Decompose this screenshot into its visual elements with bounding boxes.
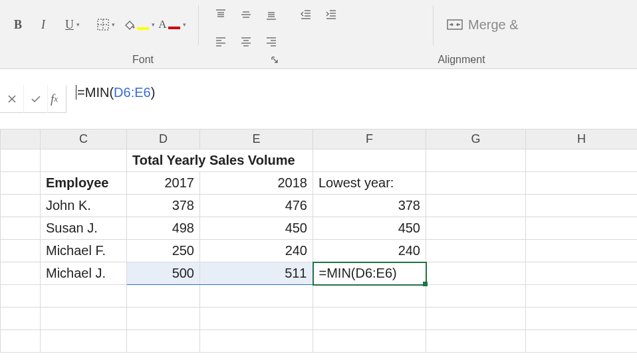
underline-button[interactable]: U▾ xyxy=(57,14,88,35)
merge-center-button[interactable]: Merge & xyxy=(444,14,521,35)
formula-input[interactable]: =MIN(D6:E6) xyxy=(66,85,637,113)
table-row xyxy=(1,308,638,330)
column-header[interactable]: C xyxy=(41,130,127,149)
column-header[interactable] xyxy=(1,130,41,149)
cell[interactable]: Michael F. xyxy=(41,240,127,262)
check-icon xyxy=(31,94,41,104)
font-group: B I U▾ ▾ ▾ xyxy=(0,0,194,50)
cell[interactable]: 2017 xyxy=(127,172,200,195)
bold-button[interactable]: B xyxy=(7,14,29,35)
align-bottom-icon xyxy=(265,9,277,21)
cell[interactable]: 378 xyxy=(127,195,200,217)
align-top-icon xyxy=(215,9,227,21)
cell[interactable]: 450 xyxy=(200,217,313,240)
cell[interactable]: 240 xyxy=(200,240,313,262)
align-top-button[interactable] xyxy=(209,4,232,25)
close-icon xyxy=(7,94,17,104)
cell[interactable]: 240 xyxy=(313,240,426,262)
ribbon: B I U▾ ▾ ▾ xyxy=(0,0,637,69)
insert-function-button[interactable]: fx xyxy=(48,85,66,113)
cell[interactable]: 378 xyxy=(313,195,426,217)
borders-icon xyxy=(97,19,109,31)
group-separator xyxy=(198,5,199,45)
cell[interactable]: Employee xyxy=(41,172,127,195)
spreadsheet-grid[interactable]: C D E F G H Total Yearly Sales Volume Em… xyxy=(0,129,637,353)
table-row: Susan J. 498 450 450 xyxy=(1,217,638,240)
font-color-button[interactable]: A ▾ xyxy=(157,14,188,35)
cell[interactable]: Lowest year: xyxy=(313,172,426,195)
fill-color-button[interactable]: ▾ xyxy=(124,14,154,35)
align-middle-button[interactable] xyxy=(235,4,257,25)
align-middle-icon xyxy=(240,9,252,21)
table-row: Michael J. 500 511 =MIN(D6:E6) xyxy=(1,262,638,285)
cancel-formula-button[interactable] xyxy=(0,85,24,113)
table-row xyxy=(1,330,638,353)
column-header-row: C D E F G H xyxy=(1,130,638,149)
alignment-group xyxy=(203,0,429,50)
column-header[interactable]: D xyxy=(127,130,200,149)
alignment-group-label: Alignment xyxy=(286,54,637,66)
decrease-indent-button[interactable] xyxy=(295,4,317,25)
increase-indent-icon xyxy=(325,9,337,21)
cell[interactable]: John K. xyxy=(41,195,127,217)
formula-bar: fx =MIN(D6:E6) xyxy=(0,85,637,113)
italic-button[interactable]: I xyxy=(32,14,55,35)
cell[interactable]: Michael J. xyxy=(41,262,127,285)
increase-indent-button[interactable] xyxy=(320,4,342,25)
align-bottom-button[interactable] xyxy=(260,4,283,25)
cell[interactable]: 498 xyxy=(127,217,200,240)
column-header[interactable]: G xyxy=(426,130,526,149)
column-header[interactable]: F xyxy=(313,130,426,149)
align-center-button[interactable] xyxy=(235,31,257,52)
merge-label: Merge & xyxy=(468,17,519,33)
cell[interactable]: 450 xyxy=(313,217,426,240)
align-left-button[interactable] xyxy=(209,31,232,52)
cell[interactable]: 476 xyxy=(200,195,313,217)
font-group-label: Font xyxy=(0,54,286,66)
cell[interactable]: 250 xyxy=(127,240,200,262)
column-header[interactable]: E xyxy=(200,130,313,149)
borders-button[interactable]: ▾ xyxy=(90,14,121,35)
cell[interactable]: 500 xyxy=(127,262,200,285)
font-dialog-launcher[interactable] xyxy=(270,55,279,64)
cell[interactable]: 2018 xyxy=(200,172,313,195)
decrease-indent-icon xyxy=(300,9,312,21)
table-row: Total Yearly Sales Volume xyxy=(1,149,638,172)
align-center-icon xyxy=(240,35,252,47)
sheet-title[interactable]: Total Yearly Sales Volume xyxy=(127,149,313,172)
table-row xyxy=(1,285,638,308)
align-right-button[interactable] xyxy=(260,31,283,52)
column-header[interactable]: H xyxy=(526,130,638,149)
align-left-icon xyxy=(215,35,227,47)
table-row: Employee 2017 2018 Lowest year: xyxy=(1,172,638,195)
table-row: John K. 378 476 378 xyxy=(1,195,638,217)
group-separator xyxy=(433,5,434,45)
active-cell[interactable]: =MIN(D6:E6) xyxy=(313,262,426,285)
fill-bucket-icon xyxy=(124,19,136,30)
table-row: Michael F. 250 240 240 xyxy=(1,240,638,262)
svg-point-3 xyxy=(132,27,134,29)
merge-group: Merge & xyxy=(438,0,528,50)
merge-icon xyxy=(447,18,463,31)
launcher-icon xyxy=(271,56,278,63)
enter-formula-button[interactable] xyxy=(24,85,48,113)
cell[interactable]: 511 xyxy=(200,262,313,285)
align-right-icon xyxy=(265,35,277,47)
cell[interactable]: Susan J. xyxy=(41,217,127,240)
